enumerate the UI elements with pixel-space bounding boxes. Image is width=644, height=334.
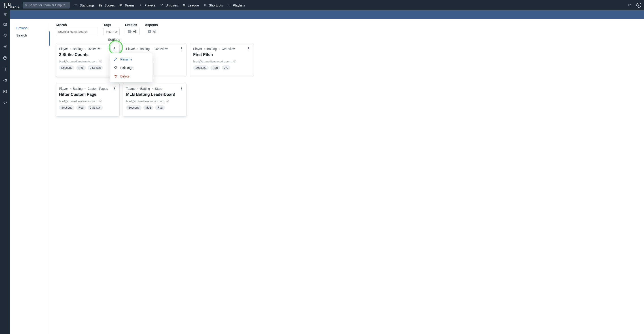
rail-image-icon[interactable] [3, 89, 8, 94]
svg-point-5 [120, 4, 121, 5]
tag-chip: Reg [76, 105, 86, 110]
crumb-part: Batting [73, 47, 83, 51]
filter-aspects: Aspects ✕ All [145, 23, 160, 35]
nav-shortcuts[interactable]: Shortcuts [203, 3, 223, 7]
owner-email-partial: ks.com [152, 60, 162, 63]
card-title: MLB Batting Leaderboard [126, 92, 183, 97]
owner-row: brad@trumedianetworks.com [59, 99, 116, 103]
filter-entities: Entities ✕ All [125, 23, 140, 35]
card-context-menu: Rename Edit Tags Delete [110, 53, 152, 82]
account-avatar[interactable] [636, 3, 641, 8]
language-toggle[interactable]: en [628, 3, 632, 7]
card-title: Hitter Custom Page [59, 92, 116, 97]
crumb-part: Overview [154, 47, 168, 51]
filter-toggle-button[interactable] [0, 10, 10, 19]
nav-teams[interactable]: Teams [119, 3, 134, 7]
card-menu-button[interactable] [110, 45, 118, 52]
card-menu-button[interactable] [179, 46, 184, 51]
breadcrumb: Player › Batting › Custom Pages [59, 87, 116, 90]
tag-chip: Seasons [59, 105, 74, 110]
crumb-part: Overview [88, 47, 100, 51]
tag-chip: 2 Strikes [88, 105, 103, 110]
crumb-part: Batting [140, 87, 150, 90]
breadcrumb: Player › Batting › Overview [193, 47, 250, 51]
user-icon [638, 4, 640, 7]
ctx-label: Delete [120, 75, 129, 78]
tag-chip: 0-0 [222, 65, 230, 70]
kebab-icon [181, 87, 182, 90]
rail-announce-icon[interactable] [3, 78, 8, 83]
rail-docs-icon[interactable] [3, 67, 8, 72]
shortcut-card[interactable]: Player › Batting › Overview First Pitch … [190, 43, 254, 77]
top-nav: TRUMEDIA Standings Scores Teams Players [0, 0, 644, 10]
trash-icon [114, 74, 118, 78]
rail-settings-icon[interactable] [3, 44, 8, 49]
filter-tags: Tags [104, 23, 120, 35]
filter-label-search: Search [56, 23, 98, 27]
crumb-part: Stats [155, 87, 162, 90]
owner-email: brad@trumedianetworks.com [193, 60, 231, 63]
kebab-icon [114, 47, 115, 50]
shortcut-card[interactable]: Player › Batting › Overview 2 Strike Cou… [56, 43, 120, 77]
nav-league[interactable]: League [182, 3, 199, 7]
crumb-part: Batting [140, 47, 150, 51]
filter-label-tags: Tags [104, 23, 120, 27]
svg-point-15 [5, 59, 5, 59]
tag-chip: Reg [76, 65, 86, 70]
filters-row: Search Tags Entities ✕ All [56, 23, 638, 35]
chevron-right-icon: › [84, 87, 86, 90]
global-search-input[interactable] [30, 3, 68, 7]
rail-video-icon[interactable] [3, 22, 8, 27]
nav-umpires[interactable]: Umpires [160, 3, 178, 7]
crumb-part: Teams [126, 87, 135, 90]
card-menu-button[interactable] [246, 46, 251, 51]
filter-search: Search [56, 23, 98, 35]
card-menu-button[interactable] [179, 86, 184, 91]
tag-row: Seasons Reg 2 Strikes [59, 105, 116, 110]
nav-label: Players [144, 3, 156, 7]
global-search[interactable] [23, 2, 70, 9]
nav-scores[interactable]: Scores [98, 3, 115, 7]
visibility-off-icon [166, 99, 170, 103]
visibility-off-icon [99, 60, 102, 63]
kebab-icon [248, 47, 249, 50]
card-title: First Pitch [193, 52, 250, 57]
entities-all-button[interactable]: ✕ All [125, 28, 140, 35]
shortcut-card[interactable]: Player › Batting › Custom Pages Hitter C… [56, 83, 120, 117]
nav-players[interactable]: Players [139, 3, 156, 7]
tag-chip: 2 Strikes [88, 65, 103, 70]
side-browse-link[interactable]: Browse [16, 24, 47, 32]
svg-rect-16 [4, 90, 6, 93]
bookmark-icon [203, 3, 207, 7]
nav-items: Standings Scores Teams Players Umpires L… [74, 3, 245, 7]
rail-help-icon[interactable] [3, 56, 8, 61]
nav-playlists[interactable]: Playlists [227, 3, 245, 7]
svg-rect-1 [99, 4, 100, 5]
ctx-delete[interactable]: Delete [110, 72, 152, 81]
nav-label: Umpires [166, 3, 178, 7]
filter-tags-input[interactable] [104, 28, 120, 35]
chevron-right-icon: › [151, 47, 153, 50]
tags-icon [114, 66, 118, 70]
svg-point-6 [121, 4, 122, 5]
ctx-label: Edit Tags [120, 66, 133, 70]
chevron-right-icon: › [218, 47, 220, 50]
aspects-all-button[interactable]: ✕ All [145, 28, 160, 35]
below-wrapper: Browse Search Search Tags Entities [0, 19, 644, 334]
ctx-rename[interactable]: Rename [110, 55, 152, 64]
shortcut-name-search-input[interactable] [56, 28, 98, 35]
filter-icon [3, 13, 7, 17]
nav-standings[interactable]: Standings [74, 3, 94, 7]
side-search-link[interactable]: Search [16, 32, 47, 39]
nav-label: Standings [80, 3, 94, 7]
card-menu-button[interactable] [112, 86, 117, 91]
ctx-edit-tags[interactable]: Edit Tags [110, 64, 152, 72]
tag-row: Seasons Reg 0-0 [193, 65, 250, 70]
rail-tags-icon[interactable] [3, 33, 8, 38]
rail-code-icon[interactable] [3, 100, 8, 105]
main-area: Browse Search Search Tags Entities [10, 19, 644, 334]
shortcut-card[interactable]: Teams › Batting › Stats MLB Batting Lead… [123, 83, 187, 117]
nav-label: Teams [124, 3, 134, 7]
app-root: TRUMEDIA Standings Scores Teams Players [0, 0, 644, 334]
svg-point-10 [639, 5, 639, 5]
